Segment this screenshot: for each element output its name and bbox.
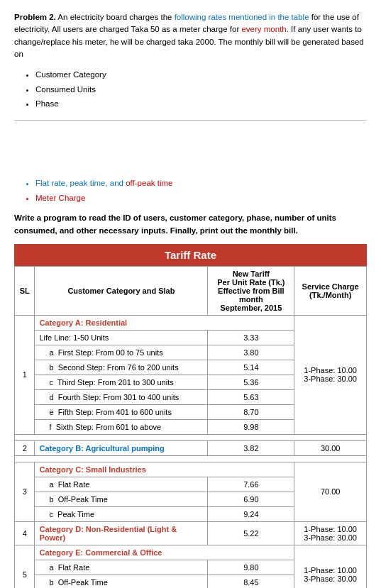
step-d-rate: 5.63 [208,389,294,404]
spacer-2 [15,455,367,462]
service-2: 30.00 [294,440,367,455]
cat-c-label: Category C: Small Industries [35,462,294,477]
cat-e-a-rate: 9.80 [208,560,294,575]
highlight-following: following rates mentioned in the table [175,13,309,21]
header-category: Customer Category and Slab [35,266,208,315]
cat-e-a-desc: a Flat Rate [35,560,208,575]
step-c-desc: c Third Step: From 201 to 300 units [35,375,208,389]
divider-1 [14,120,367,121]
step-e-rate: 8.70 [208,404,294,419]
step-a-rate: 3.80 [208,345,294,360]
cat-e-b-desc: b Off-Peak Time [35,575,208,588]
header-service: Service Charge(Tk./Month) [294,266,367,315]
cat-c-c-desc: c Peak Time [35,506,208,521]
cat-a-label: Category A: Residential [35,315,294,330]
write-paragraph: Write a program to read the ID of users,… [14,212,367,237]
step-c-rate: 5.36 [208,375,294,389]
header-sl: SL [15,266,35,315]
sl-1: 1 [15,315,35,434]
cat-d-rate: 5.22 [208,521,294,545]
problem-container: Problem 2. An electricity board charges … [14,11,367,588]
service-5: 1-Phase: 10.003-Phase: 30.00 [294,545,367,588]
service-1: 1-Phase: 10.003-Phase: 30.00 [294,315,367,434]
step-e-desc: e Fifth Step: From 401 to 600 units [35,404,208,419]
cat-c-a-desc: a Flat Rate [35,477,208,492]
bullet-list-1: Customer Category Consumed Units Phase [14,67,367,111]
sl-2: 2 [15,440,35,455]
step-f-rate: 9.98 [208,419,294,434]
problem-intro-text: Problem 2. An electricity board charges … [14,11,367,60]
bullet-item-phase: Phase [35,96,367,111]
spacer-row-2 [15,455,367,462]
step-b-rate: 5.14 [208,360,294,375]
spacer-1 [15,434,367,440]
service-3: 70.00 [294,462,367,521]
sl-5: 5 [15,545,35,588]
tariff-table: SL Customer Category and Slab New Tariff… [14,266,367,588]
cat-c-b-rate: 6.90 [208,492,294,506]
cat-b-label: Category B: Agricultural pumping [35,440,208,455]
step-f-desc: f Sixth Step: From 601 to above [35,419,208,434]
cat-e-b-rate: 8.45 [208,575,294,588]
bullet-list-2: Flat rate, peak time, and off-peak time … [14,176,367,205]
cat-d-label: Category D: Non-Residential (Light & Pow… [35,521,208,545]
lifeline-rate: 3.33 [208,330,294,345]
cat-c-c-rate: 9.24 [208,506,294,521]
cat-b-rate: 3.82 [208,440,294,455]
table-row: 2 Category B: Agricultural pumping 3.82 … [15,440,367,455]
table-row: 1 Category A: Residential 1-Phase: 10.00… [15,315,367,330]
bullet-item-customer-category: Customer Category [35,67,367,82]
bullet-item-flat-rate: Flat rate, peak time, and off-peak time [35,176,367,191]
bullet-item-meter-charge: Meter Charge [35,191,367,206]
tariff-title: Tariff Rate [14,244,367,266]
table-row: 3 Category C: Small Industries 70.00 [15,462,367,477]
service-4: 1-Phase: 10.003-Phase: 30.00 [294,521,367,545]
cat-e-label: Category E: Commercial & Office [35,545,294,560]
cat-c-a-rate: 7.66 [208,477,294,492]
sl-3: 3 [15,462,35,521]
header-tariff: New TariffPer Unit Rate (Tk.)Effective f… [208,266,294,315]
table-row: 4 Category D: Non-Residential (Light & P… [15,521,367,545]
step-a-desc: a First Step: From 00 to 75 units [35,345,208,360]
step-b-desc: b Second Step: From 76 to 200 units [35,360,208,375]
cat-c-b-desc: b Off-Peak Time [35,492,208,506]
step-d-desc: d Fourth Step: From 301 to 400 units [35,389,208,404]
table-row: 5 Category E: Commercial & Office 1-Phas… [15,545,367,560]
bullet-item-consumed-units: Consumed Units [35,82,367,97]
sl-4: 4 [15,521,35,545]
highlight-every-month: every month [241,25,286,33]
problem-label: Problem 2. [14,13,56,21]
spacer-row-1 [15,434,367,440]
lifeline-desc: Life Line: 1-50 Units [35,330,208,345]
